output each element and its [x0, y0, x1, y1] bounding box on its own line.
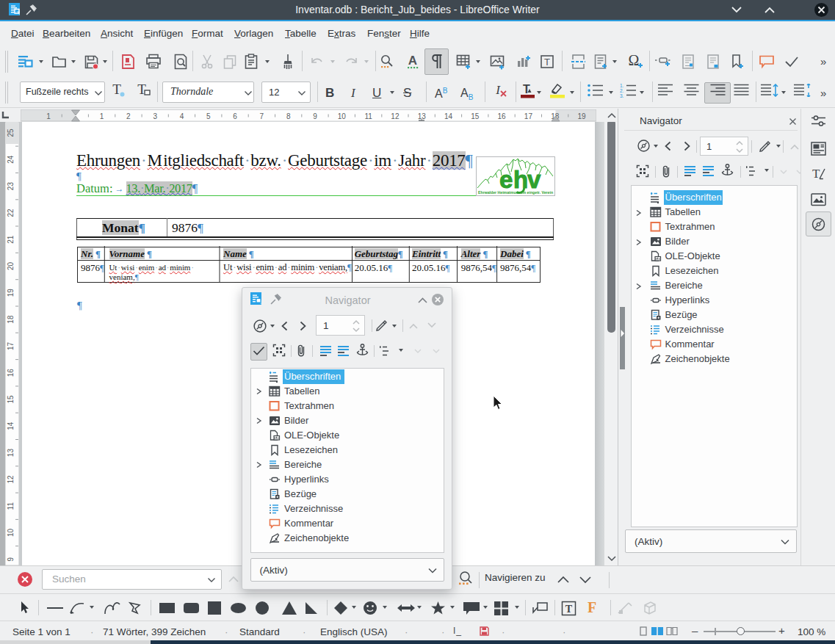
svg-text:12: 12: [391, 112, 400, 120]
svg-text:T: T: [544, 57, 550, 68]
svg-text:16: 16: [498, 112, 507, 120]
svg-text:I: I: [495, 83, 501, 97]
svg-text:2: 2: [126, 112, 131, 120]
svg-text:13: 13: [7, 449, 15, 457]
svg-text:10: 10: [7, 529, 15, 538]
svg-text:6: 6: [233, 112, 237, 120]
svg-text:11: 11: [364, 112, 372, 120]
svg-text:20: 20: [7, 262, 15, 271]
svg-text:10: 10: [338, 112, 347, 120]
svg-text:23: 23: [7, 182, 15, 191]
svg-text:19: 19: [577, 112, 586, 120]
svg-text:T: T: [812, 167, 820, 181]
svg-text:1: 1: [100, 112, 104, 120]
svg-text:T: T: [523, 83, 530, 95]
svg-text:13: 13: [418, 112, 427, 120]
svg-text:Ehrwalder Heimatmuseum eingetr: Ehrwalder Heimatmuseum eingetr. Verein: [478, 190, 553, 195]
svg-text:3.: 3.: [620, 93, 624, 98]
svg-text:18: 18: [7, 315, 15, 324]
svg-text:3: 3: [153, 112, 157, 120]
svg-text:T: T: [565, 604, 573, 615]
svg-text:T: T: [112, 82, 121, 97]
svg-text:4: 4: [180, 112, 184, 120]
svg-text:v: v: [527, 166, 541, 193]
svg-text:e: e: [499, 166, 513, 193]
svg-text:9: 9: [313, 112, 317, 120]
svg-text:24: 24: [7, 155, 15, 164]
svg-text:h: h: [513, 166, 528, 193]
svg-text:8: 8: [286, 112, 291, 120]
svg-text:Ω: Ω: [629, 53, 640, 68]
svg-text:25: 25: [7, 129, 15, 137]
svg-text:19: 19: [7, 289, 15, 297]
svg-text:9: 9: [7, 557, 15, 562]
svg-text:1: 1: [46, 112, 51, 120]
svg-text:2.: 2.: [620, 88, 624, 93]
svg-text:22: 22: [7, 209, 15, 217]
svg-text:5: 5: [206, 112, 211, 120]
svg-text:17: 17: [524, 112, 533, 120]
svg-text:17: 17: [7, 341, 15, 350]
svg-text:1.: 1.: [620, 83, 624, 88]
svg-text:15: 15: [7, 395, 15, 404]
svg-text:14: 14: [7, 422, 15, 430]
svg-text:16: 16: [7, 369, 15, 377]
svg-text:12: 12: [7, 475, 15, 484]
svg-text:A: A: [408, 54, 417, 68]
svg-text:14: 14: [444, 112, 453, 120]
svg-text:11: 11: [7, 502, 15, 510]
svg-text:21: 21: [7, 235, 15, 244]
svg-text:7: 7: [260, 112, 264, 120]
svg-text:15: 15: [471, 112, 480, 120]
